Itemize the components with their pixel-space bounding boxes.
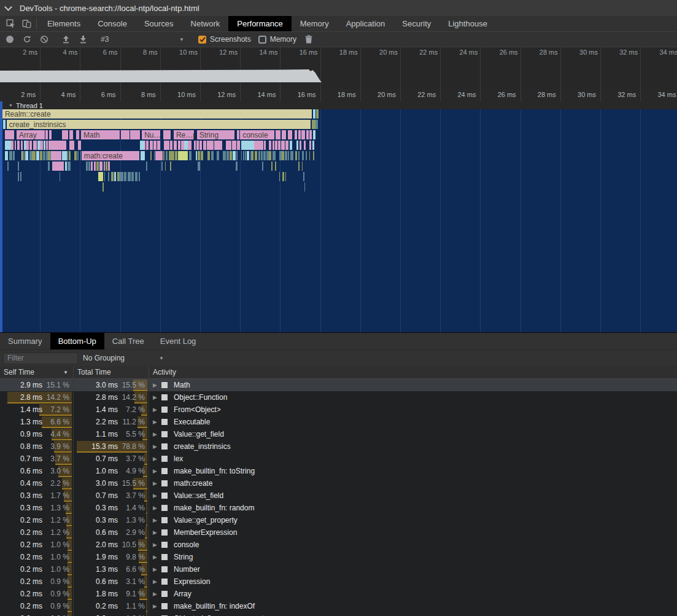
expand-triangle-icon[interactable]: ▶ xyxy=(153,505,161,511)
flame-frame[interactable] xyxy=(5,130,15,139)
table-row[interactable]: 2.8 ms14.2 %2.8 ms14.2 %▶Object::Functio… xyxy=(0,391,677,404)
table-row[interactable]: 0.2 ms1.0 %1.3 ms6.6 %▶Number xyxy=(0,563,677,575)
expand-triangle-icon[interactable]: ▶ xyxy=(153,517,161,523)
flame-frame[interactable] xyxy=(315,120,319,129)
expand-triangle-icon[interactable]: ▶ xyxy=(153,419,161,425)
tab-memory[interactable]: Memory xyxy=(292,16,338,31)
recording-history-select[interactable]: #3 ▼ xyxy=(96,32,189,47)
expand-triangle-icon[interactable]: ▶ xyxy=(153,542,161,548)
flame-frame[interactable] xyxy=(163,130,171,139)
flame-frame[interactable] xyxy=(121,130,130,139)
memory-checkbox[interactable] xyxy=(258,36,266,44)
table-row[interactable]: 0.2 ms0.9 %0.2 ms1.0 %▶Object::define_ow… xyxy=(0,612,677,616)
grouping-select[interactable]: No Grouping ▼ xyxy=(83,354,164,362)
flame-frame[interactable] xyxy=(295,130,298,139)
expand-triangle-icon[interactable]: ▶ xyxy=(153,382,161,388)
save-profile-button[interactable] xyxy=(74,32,91,47)
column-header-activity[interactable]: Activity xyxy=(149,366,677,378)
table-row[interactable]: 0.3 ms1.7 %0.7 ms3.7 %▶Value::set_field xyxy=(0,489,677,502)
expand-triangle-icon[interactable]: ▶ xyxy=(153,480,161,486)
expand-triangle-icon[interactable]: ▶ xyxy=(153,493,161,499)
flame-frame-re-p[interactable]: Re…p xyxy=(174,130,195,139)
table-row[interactable]: 0.2 ms0.9 %0.2 ms1.1 %▶make_builtin_fn: … xyxy=(0,600,677,612)
flame-frame[interactable] xyxy=(62,130,69,139)
flame-frame[interactable] xyxy=(276,130,281,139)
table-row[interactable]: 2.9 ms15.1 %3.0 ms15.5 %▶Math xyxy=(0,379,677,391)
table-row[interactable]: 0.2 ms1.0 %1.9 ms9.8 %▶String xyxy=(0,551,677,563)
flame-frame[interactable] xyxy=(288,130,293,139)
collapse-triangle-icon[interactable]: ▼ xyxy=(9,103,13,107)
table-row[interactable]: 0.3 ms1.3 %0.3 ms1.4 %▶make_builtin_fn: … xyxy=(0,502,677,514)
expand-triangle-icon[interactable]: ▶ xyxy=(153,603,161,609)
tab-performance[interactable]: Performance xyxy=(228,16,291,31)
expand-triangle-icon[interactable]: ▶ xyxy=(153,443,161,450)
expand-triangle-icon[interactable]: ▶ xyxy=(153,554,161,560)
flame-frame[interactable] xyxy=(313,109,316,119)
table-row[interactable]: 1.4 ms7.2 %1.4 ms7.2 %▶From<Object> xyxy=(0,404,677,416)
tab-network[interactable]: Network xyxy=(182,16,229,31)
expand-triangle-icon[interactable]: ▶ xyxy=(153,407,161,413)
clear-recordings-button[interactable] xyxy=(36,32,53,47)
tab-event-log[interactable]: Event Log xyxy=(152,333,204,349)
table-row[interactable]: 0.2 ms1.2 %0.3 ms1.3 %▶Value::get_proper… xyxy=(0,514,677,526)
flame-frame-nu-r[interactable]: Nu…r xyxy=(142,130,161,139)
flame-frame[interactable] xyxy=(3,120,6,129)
tab-summary[interactable]: Summary xyxy=(0,333,50,349)
flame-frame-math[interactable]: Math xyxy=(81,130,120,139)
table-row[interactable]: 0.2 ms0.9 %1.8 ms9.1 %▶Array xyxy=(0,588,677,600)
flame-frame-math-create[interactable]: math:create xyxy=(82,151,140,160)
flamechart[interactable]: ▼ Thread 1 Realm::createcreate_instrinsi… xyxy=(0,101,677,332)
flame-frame[interactable] xyxy=(282,130,287,139)
expand-triangle-icon[interactable]: ▶ xyxy=(153,456,161,462)
table-row[interactable]: 0.2 ms1.0 %2.0 ms10.5 %▶console xyxy=(0,539,677,551)
tab-lighthouse[interactable]: Lighthouse xyxy=(439,16,496,31)
expand-triangle-icon[interactable]: ▶ xyxy=(153,579,161,585)
flame-frame-string[interactable]: String xyxy=(197,130,236,139)
flame-frame[interactable] xyxy=(301,130,306,139)
tab-sources[interactable]: Sources xyxy=(136,16,182,31)
inspect-element-icon[interactable] xyxy=(2,16,18,31)
flame-frame[interactable] xyxy=(316,109,319,119)
screenshots-checkbox-group[interactable]: Screenshots xyxy=(198,35,251,44)
expand-triangle-icon[interactable]: ▶ xyxy=(153,468,161,474)
reload-and-record-button[interactable] xyxy=(18,32,36,47)
device-toolbar-icon[interactable] xyxy=(18,16,34,31)
flame-frame-array[interactable]: Array xyxy=(17,130,45,139)
expand-triangle-icon[interactable]: ▶ xyxy=(153,566,161,572)
table-row[interactable]: 0.2 ms0.9 %0.6 ms3.1 %▶Expression xyxy=(0,575,677,588)
tab-application[interactable]: Application xyxy=(338,16,394,31)
table-row[interactable]: 0.7 ms3.7 %0.7 ms3.7 %▶lex xyxy=(0,453,677,465)
tab-call-tree[interactable]: Call Tree xyxy=(104,333,152,349)
tab-bottom-up[interactable]: Bottom-Up xyxy=(50,333,104,349)
flame-frame[interactable] xyxy=(313,130,316,139)
tab-console[interactable]: Console xyxy=(89,16,136,31)
flame-frame[interactable] xyxy=(69,130,74,139)
table-row[interactable]: 1.3 ms6.6 %2.2 ms11.2 %▶Executable xyxy=(0,416,677,428)
timeline-overview[interactable]: 2 ms4 ms6 ms8 ms10 ms12 ms14 ms16 ms18 m… xyxy=(0,47,677,89)
thread-track-header[interactable]: ▼ Thread 1 xyxy=(0,101,677,109)
window-chevron-icon[interactable] xyxy=(4,3,12,11)
column-header-self-time[interactable]: Self Time ▼ xyxy=(0,366,74,378)
flame-frame[interactable] xyxy=(130,130,140,139)
table-row[interactable]: 0.2 ms1.2 %0.6 ms2.9 %▶MemberExpression xyxy=(0,526,677,539)
flame-frame[interactable] xyxy=(49,130,52,139)
flame-frame-console[interactable]: console xyxy=(240,130,274,139)
screenshots-checkbox[interactable] xyxy=(198,36,206,44)
load-profile-button[interactable] xyxy=(57,32,74,47)
flame-frame-create-instrinsics[interactable]: create_instrinsics xyxy=(7,120,311,129)
delete-recording-button[interactable] xyxy=(300,32,317,47)
flame-frame-realm-create[interactable]: Realm::create xyxy=(2,109,312,119)
record-button[interactable] xyxy=(1,32,18,47)
column-header-total-time[interactable]: Total Time xyxy=(74,366,149,378)
table-row[interactable]: 0.4 ms2.2 %3.0 ms15.5 %▶math:create xyxy=(0,477,677,489)
flame-frame[interactable] xyxy=(76,130,80,139)
table-row[interactable]: 0.9 ms4.4 %1.1 ms5.5 %▶Value::get_field xyxy=(0,428,677,440)
expand-triangle-icon[interactable]: ▶ xyxy=(153,529,161,536)
tab-security[interactable]: Security xyxy=(393,16,439,31)
flame-frame[interactable] xyxy=(309,130,312,139)
memory-checkbox-group[interactable]: Memory xyxy=(258,35,296,44)
tab-elements[interactable]: Elements xyxy=(39,16,89,31)
table-row[interactable]: 0.6 ms3.0 %1.0 ms4.9 %▶make_builtin_fn: … xyxy=(0,465,677,477)
expand-triangle-icon[interactable]: ▶ xyxy=(153,394,161,400)
filter-input[interactable] xyxy=(3,353,78,364)
